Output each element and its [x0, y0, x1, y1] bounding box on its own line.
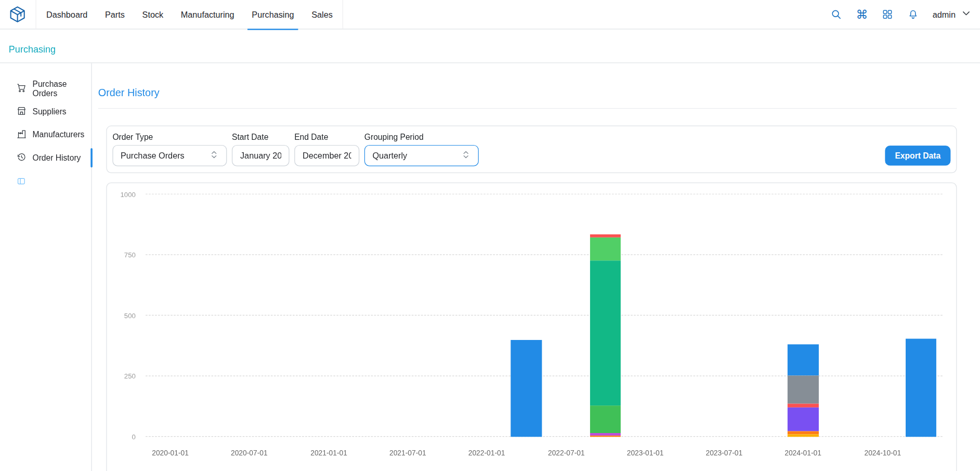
gridline — [146, 375, 943, 376]
end-date-group: End Date — [294, 133, 359, 166]
end-date-label: End Date — [294, 133, 359, 142]
start-date-group: Start Date — [232, 133, 290, 166]
tab-stock[interactable]: Stock — [134, 0, 172, 29]
building-store-icon — [16, 106, 27, 118]
top-navbar: Dashboard Parts Stock Manufacturing Purc… — [0, 0, 980, 29]
x-tick-label: 2024-10-01 — [864, 449, 901, 456]
x-tick-label: 2023-01-01 — [627, 449, 664, 456]
chart-x-axis: 2020-01-012020-07-012021-01-012021-07-01… — [146, 449, 943, 459]
x-tick-label: 2023-07-01 — [705, 449, 742, 456]
page-title: Order History — [98, 87, 957, 99]
sidebar-item-label: Manufacturers — [33, 130, 85, 139]
tab-purchasing[interactable]: Purchasing — [243, 0, 303, 29]
order-history-chart-panel: 02505007501000 2020-01-012020-07-012021-… — [106, 182, 957, 471]
tab-parts[interactable]: Parts — [96, 0, 134, 29]
sidebar-item-label: Suppliers — [33, 107, 67, 116]
gridline — [146, 436, 943, 437]
grouping-period-select[interactable]: Quarterly — [364, 145, 479, 166]
gridline — [146, 315, 943, 316]
factory-icon — [16, 128, 27, 141]
x-tick-label: 2021-01-01 — [310, 449, 347, 456]
history-icon — [16, 152, 27, 164]
stacked-bar-2022-Q2[interactable] — [511, 194, 542, 437]
main-content: Order History Order Type Purchase Orders… — [92, 63, 980, 471]
bar-segment[interactable] — [511, 340, 542, 437]
order-type-value: Purchase Orders — [121, 151, 185, 160]
purchasing-sidebar: Purchase Orders Suppliers Manufacturers — [0, 63, 92, 471]
x-tick-label: 2021-07-01 — [389, 449, 426, 456]
sidebar-item-label: Order History — [33, 153, 81, 163]
grouping-period-group: Grouping Period Quarterly — [364, 133, 479, 166]
bar-segment[interactable] — [590, 435, 621, 437]
gridline — [146, 194, 943, 194]
x-tick-label: 2020-07-01 — [231, 449, 268, 456]
barcode-scan-icon[interactable] — [881, 8, 894, 21]
x-tick-label: 2020-01-01 — [152, 449, 189, 456]
tab-label: Purchasing — [252, 10, 294, 19]
order-type-select[interactable]: Purchase Orders — [112, 145, 227, 166]
bar-segment[interactable] — [905, 338, 936, 437]
gridline — [146, 254, 943, 255]
x-tick-label: 2022-01-01 — [468, 449, 505, 456]
grouping-period-label: Grouping Period — [364, 133, 479, 142]
command-icon[interactable]: ⌘ — [856, 8, 868, 21]
tab-label: Parts — [105, 10, 125, 19]
tab-manufacturing[interactable]: Manufacturing — [172, 0, 243, 29]
y-tick-label: 750 — [124, 251, 136, 258]
sidebar-collapse-button[interactable] — [0, 177, 92, 188]
tab-label: Dashboard — [46, 10, 87, 19]
shopping-cart-icon — [16, 82, 27, 95]
tab-label: Sales — [311, 10, 333, 19]
end-date-input[interactable] — [294, 145, 359, 166]
filter-panel: Order Type Purchase Orders Start Date En… — [106, 126, 957, 173]
title-divider — [98, 108, 957, 109]
bar-segment[interactable] — [788, 403, 819, 408]
tab-label: Manufacturing — [181, 10, 234, 19]
start-date-label: Start Date — [232, 133, 290, 142]
order-type-group: Order Type Purchase Orders — [112, 133, 227, 166]
stacked-bar-2024-Q1[interactable] — [788, 194, 819, 437]
bar-segment[interactable] — [788, 376, 819, 403]
sidebar-item-label: Purchase Orders — [33, 79, 92, 98]
bar-segment[interactable] — [788, 408, 819, 431]
bar-segment[interactable] — [590, 260, 621, 406]
app-logo-icon[interactable] — [9, 6, 27, 23]
tab-label: Stock — [142, 10, 164, 19]
order-type-label: Order Type — [112, 133, 227, 142]
stacked-bar-2024-Q4[interactable] — [905, 194, 936, 437]
export-data-button[interactable]: Export Data — [885, 146, 950, 165]
bar-segment[interactable] — [788, 435, 819, 437]
user-menu[interactable]: admin — [933, 8, 971, 21]
start-date-input[interactable] — [232, 145, 290, 166]
grouping-period-value: Quarterly — [372, 151, 407, 160]
selector-chevrons-icon — [210, 150, 219, 162]
y-tick-label: 250 — [124, 372, 136, 380]
tab-sales[interactable]: Sales — [303, 0, 341, 29]
y-tick-label: 0 — [132, 433, 135, 440]
bell-icon[interactable] — [907, 8, 920, 21]
y-tick-label: 500 — [124, 312, 136, 319]
x-tick-label: 2024-01-01 — [785, 449, 821, 456]
breadcrumb: Purchasing — [0, 29, 980, 63]
username-label: admin — [933, 10, 956, 19]
main-nav-tabs: Dashboard Parts Stock Manufacturing Purc… — [36, 0, 344, 29]
chevron-down-icon — [961, 8, 971, 21]
page-body: Purchase Orders Suppliers Manufacturers — [0, 63, 980, 471]
app-window: Dashboard Parts Stock Manufacturing Purc… — [0, 0, 980, 471]
sidebar-item-order-history[interactable]: Order History — [0, 146, 92, 169]
y-tick-label: 1000 — [120, 191, 135, 198]
chart-plot — [146, 194, 943, 437]
stacked-bar-2022-Q4[interactable] — [590, 194, 621, 437]
chart-y-axis: 02505007501000 — [107, 194, 146, 437]
bar-segment[interactable] — [590, 237, 621, 260]
bar-segment[interactable] — [788, 344, 819, 376]
x-tick-label: 2022-07-01 — [548, 449, 585, 456]
sidebar-item-purchase-orders[interactable]: Purchase Orders — [0, 77, 92, 100]
sidebar-item-manufacturers[interactable]: Manufacturers — [0, 123, 92, 146]
selector-chevrons-icon — [461, 150, 471, 162]
search-icon[interactable] — [830, 8, 843, 21]
tab-dashboard[interactable]: Dashboard — [37, 0, 96, 29]
breadcrumb-purchasing-link[interactable]: Purchasing — [9, 44, 56, 54]
sidebar-item-suppliers[interactable]: Suppliers — [0, 100, 92, 123]
bar-segment[interactable] — [590, 406, 621, 433]
